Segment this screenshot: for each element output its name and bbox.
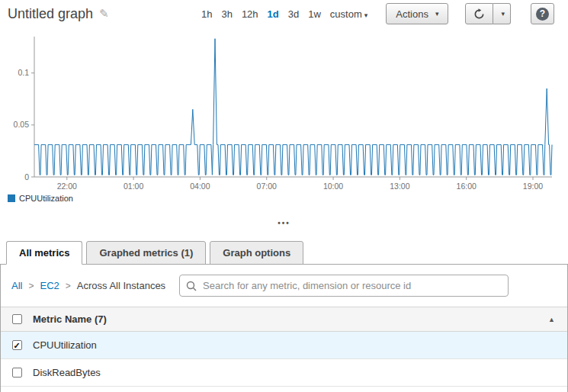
tab-graph-options[interactable]: Graph options xyxy=(210,241,303,265)
metrics-browser: All>EC2>Across All Instances xyxy=(1,265,567,307)
breadcrumb-separator: > xyxy=(66,281,71,291)
chart-legend: CPUUtilization xyxy=(0,192,568,204)
resize-handle[interactable]: ••• xyxy=(0,204,568,241)
svg-text:19:00: 19:00 xyxy=(523,182,543,189)
metric-name-header[interactable]: Metric Name (7) xyxy=(33,313,107,325)
select-all-checkbox[interactable] xyxy=(12,314,22,324)
row-checkbox[interactable]: ✓ xyxy=(12,340,22,350)
select-all-cell xyxy=(1,314,33,324)
time-range-custom[interactable]: custom▾ xyxy=(330,8,367,20)
search-box xyxy=(179,275,509,297)
breadcrumb-item-across-all-instances: Across All Instances xyxy=(77,280,165,291)
svg-text:10:00: 10:00 xyxy=(323,182,343,189)
svg-text:0: 0 xyxy=(24,172,29,182)
table-row-partial xyxy=(1,387,567,392)
refresh-icon xyxy=(473,8,485,20)
line-chart-svg: 00.050.122:0001:0004:0007:0010:0013:0016… xyxy=(0,27,568,189)
refresh-button[interactable] xyxy=(465,3,493,24)
time-range-1d[interactable]: 1d xyxy=(268,8,279,20)
time-range-3h[interactable]: 3h xyxy=(221,8,232,20)
time-range-3d[interactable]: 3d xyxy=(288,8,299,20)
table-row[interactable]: ✓CPUUtilization xyxy=(1,332,567,359)
svg-text:13:00: 13:00 xyxy=(390,182,409,189)
svg-text:0.05: 0.05 xyxy=(14,120,30,129)
search-input[interactable] xyxy=(179,275,509,297)
help-icon: ? xyxy=(536,8,549,21)
breadcrumb: All>EC2>Across All Instances xyxy=(11,280,165,291)
sort-ascending-icon[interactable]: ▲ xyxy=(548,316,555,323)
time-range-1w[interactable]: 1w xyxy=(308,8,321,20)
time-range-group: 1h3h12h1d3d1wcustom▾ xyxy=(197,8,372,20)
time-range-1h[interactable]: 1h xyxy=(201,8,212,20)
metrics-table-body: ✓CPUUtilizationDiskReadBytes xyxy=(1,332,567,387)
grip-icon: ••• xyxy=(278,219,290,227)
svg-text:07:00: 07:00 xyxy=(257,182,277,189)
svg-text:01:00: 01:00 xyxy=(124,182,143,189)
refresh-split-button: ▾ xyxy=(465,3,511,24)
metric-name: DiskReadBytes xyxy=(33,367,101,378)
actions-label: Actions xyxy=(396,8,428,20)
breadcrumb-item-ec2[interactable]: EC2 xyxy=(40,280,59,291)
breadcrumb-item-all[interactable]: All xyxy=(11,280,22,291)
tabs-bar: All metricsGraphed metrics (1)Graph opti… xyxy=(0,241,568,264)
edit-icon[interactable]: ✎ xyxy=(99,7,109,21)
svg-text:22:00: 22:00 xyxy=(57,182,77,189)
svg-text:04:00: 04:00 xyxy=(190,182,210,189)
chevron-down-icon: ▾ xyxy=(364,11,368,19)
chevron-down-icon: ▾ xyxy=(435,10,439,18)
metrics-panel: All>EC2>Across All Instances Metric Name… xyxy=(0,264,568,392)
chevron-down-icon: ▾ xyxy=(501,10,505,18)
table-row[interactable]: DiskReadBytes xyxy=(1,359,567,387)
actions-button[interactable]: Actions ▾ xyxy=(386,3,448,24)
time-range-12h[interactable]: 12h xyxy=(242,8,258,20)
help-button[interactable]: ? xyxy=(531,3,554,24)
metric-chart[interactable]: 00.050.122:0001:0004:0007:0010:0013:0016… xyxy=(0,27,568,204)
breadcrumb-separator: > xyxy=(28,281,34,291)
legend-label[interactable]: CPUUtilization xyxy=(19,194,73,203)
row-checkbox[interactable] xyxy=(12,368,22,378)
refresh-dropdown-button[interactable]: ▾ xyxy=(493,3,511,24)
tab-graphed-metrics-1[interactable]: Graphed metrics (1) xyxy=(86,241,206,265)
svg-text:16:00: 16:00 xyxy=(457,182,477,189)
graph-title: Untitled graph xyxy=(8,6,93,22)
metric-name: CPUUtilization xyxy=(33,339,97,351)
svg-text:0.1: 0.1 xyxy=(18,68,29,77)
table-header[interactable]: Metric Name (7) ▲ xyxy=(1,307,567,332)
search-icon xyxy=(186,281,197,291)
tab-all-metrics[interactable]: All metrics xyxy=(6,241,82,265)
graph-header: Untitled graph ✎ 1h3h12h1d3d1wcustom▾ Ac… xyxy=(0,0,568,27)
legend-swatch xyxy=(8,194,15,202)
